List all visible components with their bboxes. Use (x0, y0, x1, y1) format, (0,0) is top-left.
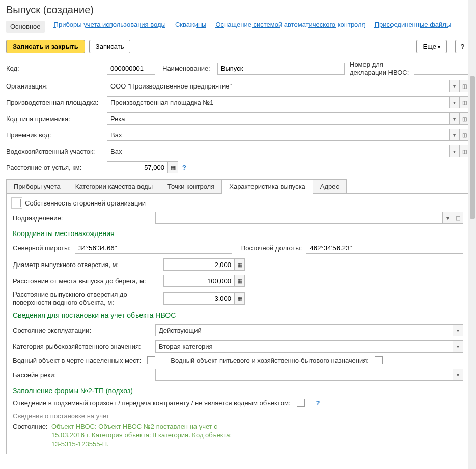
site-label: Производственная площадка: (6, 99, 107, 106)
tab-meters[interactable]: Приборы учета (6, 179, 68, 193)
dept-select[interactable] (155, 212, 443, 224)
save-button[interactable]: Записать (89, 40, 131, 53)
status-label: Состояние: (13, 423, 51, 430)
site-dropdown-btn[interactable]: ▾ (450, 96, 460, 108)
inner-tabs: Приборы учета Категории качества воды То… (6, 179, 470, 194)
nav-tab-auto[interactable]: Оснащение системой автоматического контр… (215, 21, 365, 33)
nav-tabs: Основное Приборы учета использования вод… (6, 21, 470, 33)
surf-input[interactable] (163, 292, 235, 305)
state-dropdown-btn[interactable]: ▾ (453, 324, 463, 336)
drink-checkbox[interactable] (375, 356, 383, 364)
urban-checkbox[interactable] (147, 356, 155, 364)
name-label: Наименование: (162, 65, 210, 72)
nav-tab-wells[interactable]: Скважины (175, 21, 207, 33)
wh-area-dropdown-btn[interactable]: ▾ (450, 145, 460, 157)
tab-control[interactable]: Точки контроля (160, 179, 222, 193)
surf-label: Расстояние выпускного отверстия до повер… (13, 290, 163, 306)
page-title: Выпуск (создание) (6, 4, 470, 16)
shore-input[interactable] (163, 275, 235, 287)
discharge-checkbox[interactable] (297, 399, 305, 407)
recv-type-dropdown-btn[interactable]: ▾ (450, 112, 460, 125)
own-label: Собственность сторонней организации (25, 199, 146, 207)
recv-select[interactable]: Вах (107, 129, 450, 141)
dept-label: Подразделение: (13, 214, 155, 222)
discharge-help-icon[interactable]: ? (316, 399, 320, 407)
coord-title: Координаты местонахождения (13, 229, 463, 238)
form-title: Заполнение формы №2-ТП (водхоз) (13, 387, 463, 395)
lat-input[interactable] (75, 242, 232, 254)
nvos-title: Сведения для постановки на учет объекта … (13, 311, 463, 319)
save-close-button[interactable]: Записать и закрыть (6, 40, 85, 53)
lat-label: Северной широты: (13, 244, 71, 252)
wh-area-label: Водохозяйственный участок: (6, 148, 107, 155)
discharge-label: Отведение в подземный горизонт / передач… (13, 399, 291, 407)
code-label: Код: (6, 65, 107, 72)
dist-calc-btn[interactable]: ▦ (168, 161, 178, 173)
urban-label: Водный объект в черте населенных мест: (13, 357, 141, 364)
drink-label: Водный объект питьевого и хозяйственно-б… (171, 357, 369, 364)
name-input[interactable] (217, 63, 345, 75)
help-icon[interactable]: ? (182, 164, 186, 171)
org-dropdown-btn[interactable]: ▾ (450, 80, 460, 92)
fish-label: Категория рыбохозяйственного значения: (13, 343, 155, 350)
tab-quality[interactable]: Категории качества воды (68, 179, 160, 193)
fish-dropdown-btn[interactable]: ▾ (453, 340, 463, 353)
tab-char[interactable]: Характеристика выпуска (221, 179, 313, 193)
wh-area-select[interactable]: Вах (107, 145, 450, 157)
code-input[interactable] (107, 63, 155, 75)
status-text: Объект НВОС: Объект НВОС №2 поставлен на… (51, 423, 240, 449)
org-select[interactable]: ООО "Производственное предприятие" (107, 80, 450, 92)
state-select[interactable]: Действующий (155, 324, 453, 336)
basin-label: Бассейн реки: (13, 371, 155, 379)
tab-content: Собственность сторонней организации Подр… (6, 194, 470, 454)
lon-label: Восточной долготы: (241, 244, 302, 252)
nav-tab-meters[interactable]: Приборы учета использования воды (54, 21, 166, 33)
nav-tab-files[interactable]: Присоединенные файлы (375, 21, 452, 33)
shore-label: Расстояние от места выпуска до берега, м… (13, 277, 163, 285)
decl-label: Номер для декларации НВОС: (350, 61, 411, 76)
scrollbar-thumb[interactable] (470, 76, 475, 219)
fish-select[interactable]: Вторая категория (155, 340, 453, 353)
basin-select[interactable] (155, 369, 453, 381)
dist-input[interactable] (107, 161, 168, 173)
shore-calc-btn[interactable]: ▦ (235, 275, 245, 287)
tab-address[interactable]: Адрес (313, 179, 347, 193)
recv-type-label: Код типа приемника: (6, 115, 107, 123)
nav-tab-main[interactable]: Основное (6, 21, 45, 33)
dist-label: Расстояние от устья, км: (6, 164, 107, 171)
decl-input[interactable] (414, 63, 470, 75)
surf-calc-btn[interactable]: ▦ (235, 292, 245, 305)
state-label: Состояние эксплуатации: (13, 327, 155, 334)
diam-calc-btn[interactable]: ▦ (235, 258, 245, 271)
lon-input[interactable] (306, 242, 463, 254)
site-select[interactable]: Производственная площадка №1 (107, 96, 450, 108)
dept-open-btn[interactable]: ◫ (453, 212, 463, 224)
diam-input[interactable] (163, 258, 235, 271)
more-button[interactable]: Еще (416, 40, 447, 53)
own-checkbox[interactable] (13, 199, 21, 207)
reg-title: Сведения о постановке на учет (13, 412, 463, 420)
scrollbar[interactable] (468, 0, 476, 469)
diam-label: Диаметр выпускного отверстия, м: (13, 261, 163, 269)
basin-dropdown-btn[interactable]: ▾ (453, 369, 463, 381)
recv-dropdown-btn[interactable]: ▾ (450, 129, 460, 141)
recv-type-select[interactable]: Река (107, 112, 450, 125)
dept-dropdown-btn[interactable]: ▾ (443, 212, 453, 224)
org-label: Организация: (6, 82, 107, 90)
recv-label: Приемник вод: (6, 131, 107, 139)
toolbar: Записать и закрыть Записать Еще ? (6, 40, 470, 53)
